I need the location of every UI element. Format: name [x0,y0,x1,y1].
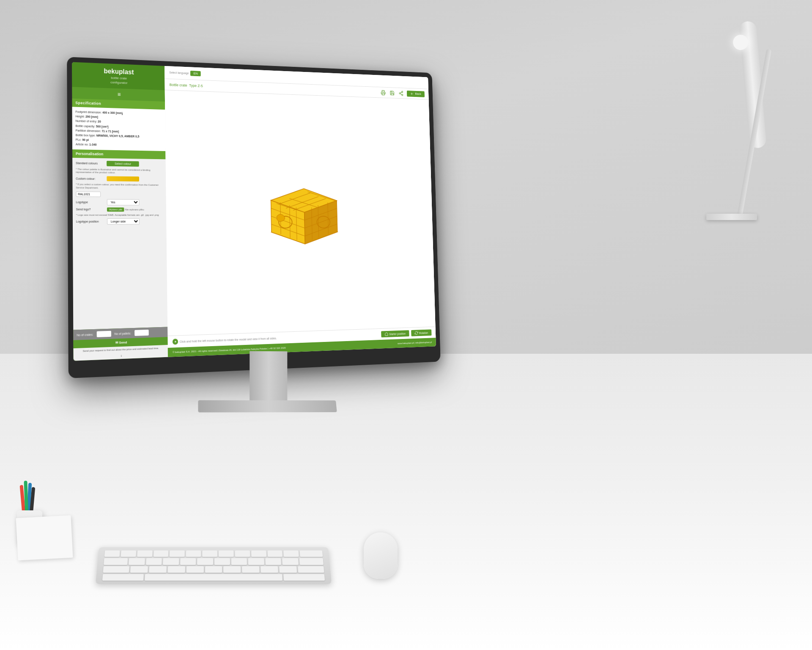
key [186,566,203,573]
key [231,558,247,565]
key [235,551,250,557]
app-main: Select language EN Bottle crate Type Z-5 [165,66,436,357]
logotype-position-select[interactable]: Longer side Shorter side [107,218,140,225]
app-sidebar: bekuplast bottle crate configurator ≡ Sp… [72,62,168,361]
key [242,566,259,573]
key [282,558,298,565]
send-logo-label: Send logo? [76,208,107,211]
info-icon: ℹ [121,355,122,357]
language-area: Select language EN [169,70,201,76]
key-wide [103,566,129,573]
breadcrumb-part2: Type Z-5 [189,83,203,88]
lamp-base [706,214,757,220]
breadcrumb: Bottle crate Type Z-5 [170,83,203,88]
monitor-assembly: bekuplast bottle crate configurator ≡ Sp… [68,55,499,436]
logotype-row: Logotype Yes No [76,199,163,206]
key [251,551,266,557]
key [279,566,297,573]
colour-note: * The colour palette is illustrative and… [76,168,162,175]
key [202,551,217,557]
key [121,551,136,557]
language-button[interactable]: EN [190,71,201,76]
logotype-position-label: Logotype position [76,220,107,223]
key [214,558,230,565]
key [219,551,234,557]
key [267,551,283,557]
viewport-buttons: Starter position Rotation [381,329,432,337]
key [180,558,196,565]
key [205,566,222,573]
svg-point-2 [402,94,403,95]
send-logo-row: Send logo? Wybierz plik Nie wybrano plik… [76,207,163,212]
key [137,551,152,557]
save-icon[interactable] [389,89,395,96]
logotype-select[interactable]: Yes No [107,199,140,205]
rotation-label: Rotation [419,331,428,334]
model-viewport[interactable] [165,90,436,336]
custom-colour-label: Custom colour: [76,177,107,180]
key-wide [298,566,324,573]
no-pallets-label: No of pallets: [114,332,131,335]
key-wide [299,558,324,565]
print-icon[interactable] [380,89,387,96]
keyboard-row-4 [102,574,325,581]
no-crates-label: No of crates: [77,333,93,336]
choose-file-button[interactable]: Wybierz plik [107,207,124,212]
no-crates-input[interactable] [96,331,111,337]
hint-icon: ✦ [173,339,178,344]
key [129,558,145,565]
svg-line-4 [401,92,402,93]
starter-position-button[interactable]: Starter position [381,330,409,337]
sidebar-logo: bekuplast bottle crate configurator [72,62,165,91]
key-wide [102,574,144,581]
starter-position-label: Starter position [389,332,406,336]
file-none-text: Nie wybrano pliku [125,208,144,211]
custom-colour-row: Custom colour: [76,176,162,182]
ral-row [76,191,163,197]
keyboard-keys [102,551,325,581]
specification-content: Footprint dimension: 400 x 300 [mm] Heig… [72,107,166,151]
back-button-label: Back [415,92,421,96]
key-wide [104,558,128,565]
key [130,566,148,573]
standard-colour-label: Standard colours [76,161,107,165]
key [223,566,241,573]
monitor-bezel: bekuplast bottle crate configurator ≡ Sp… [67,57,441,378]
share-icon[interactable] [398,90,404,97]
spacebar [145,574,282,581]
key [261,566,278,573]
key [283,551,299,557]
toolbar-icons [380,89,404,96]
logotype-label: Logotype [76,201,107,204]
hint-area: ✦ Click and hold the left mouse button t… [173,335,277,344]
keyboard-row-1 [104,551,323,557]
key [167,566,185,573]
back-button[interactable]: Back [407,91,425,97]
colour-preview-bar [107,176,139,182]
monitor-stand-base [198,400,337,413]
key-wide [300,551,323,557]
no-pallets-input[interactable] [134,330,149,336]
keyboard-row-3 [103,566,324,573]
key [154,551,169,557]
footer-website: www.bekuplast.pl | info@bekuplast.pl [398,341,432,345]
ral-input[interactable] [76,191,101,197]
custom-colour-note: * If you select a custom colour, you nee… [76,183,163,190]
key [197,558,213,565]
standard-colour-row: Standard colours Select colour [76,160,162,167]
monitor-stand-neck [250,351,287,402]
hint-text: Click and hold the left mouse button to … [180,336,277,343]
key [265,558,281,565]
crate-3d-model [255,160,352,264]
key [104,551,120,557]
lamp-bulb [732,34,749,51]
keyboard-row-2 [104,558,324,565]
personalisation-content: Standard colours Select colour * The col… [72,157,167,330]
file-upload-area: Wybierz plik Nie wybrano pliku [107,207,144,212]
keyboard [96,547,332,584]
select-colour-button[interactable]: Select colour [107,161,139,167]
key [186,551,201,557]
svg-line-3 [401,94,402,94]
breadcrumb-part1: Bottle crate [170,83,187,87]
rotation-button[interactable]: Rotation [411,329,431,336]
